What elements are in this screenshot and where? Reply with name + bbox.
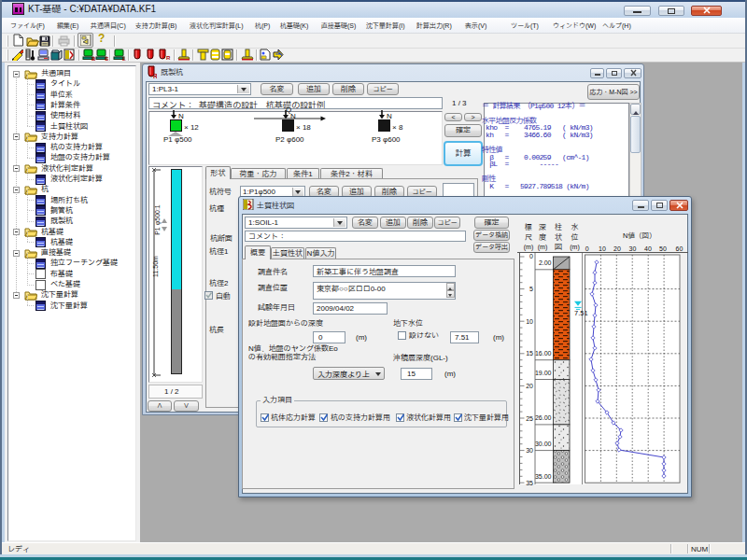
svg-text:N: N: [178, 112, 184, 119]
svg-text:R: R: [153, 73, 157, 78]
svg-text:40: 40: [644, 245, 652, 252]
svg-text:10: 10: [526, 318, 533, 325]
svg-text:35: 35: [526, 480, 533, 486]
svg-text:位: 位: [571, 232, 579, 242]
svg-text:G: G: [105, 56, 108, 61]
svg-text:0: 0: [529, 253, 533, 259]
svg-text:16.00: 16.00: [535, 350, 552, 357]
svg-text:20: 20: [613, 245, 621, 252]
svg-text:(m): (m): [570, 244, 580, 251]
svg-text:深: 深: [539, 223, 546, 231]
svg-text:30.00: 30.00: [535, 441, 552, 447]
svg-text:度: 度: [539, 233, 546, 242]
svg-text:(m): (m): [538, 244, 548, 251]
svg-text:状: 状: [555, 233, 562, 242]
svg-text:15: 15: [526, 350, 533, 357]
svg-text:N: N: [290, 112, 296, 119]
svg-text:柱: 柱: [555, 223, 562, 231]
svg-text:N値（回）: N値（回）: [623, 231, 655, 240]
svg-text:20: 20: [526, 383, 533, 389]
svg-text:2.00: 2.00: [539, 259, 552, 266]
svg-text:L: L: [122, 56, 126, 61]
svg-text:0: 0: [585, 245, 589, 252]
svg-text:26.00: 26.00: [535, 414, 552, 421]
svg-text:60: 60: [676, 245, 684, 252]
svg-text:30: 30: [629, 245, 637, 252]
svg-text:尺: 尺: [525, 233, 532, 242]
svg-text:標: 標: [525, 223, 532, 231]
svg-text:7.51: 7.51: [574, 309, 588, 317]
svg-text:19.00: 19.00: [535, 370, 552, 376]
svg-text:25: 25: [526, 415, 533, 422]
svg-text:50: 50: [659, 245, 667, 252]
svg-text:(m): (m): [524, 244, 534, 251]
svg-text:R: R: [166, 55, 171, 61]
svg-text:5: 5: [529, 286, 533, 292]
svg-text:水: 水: [571, 223, 579, 231]
svg-text:図: 図: [555, 243, 562, 251]
svg-text:35.00: 35.00: [535, 473, 552, 480]
svg-text:30: 30: [526, 447, 533, 454]
svg-text:10: 10: [599, 245, 606, 252]
svg-text:N: N: [387, 112, 392, 119]
